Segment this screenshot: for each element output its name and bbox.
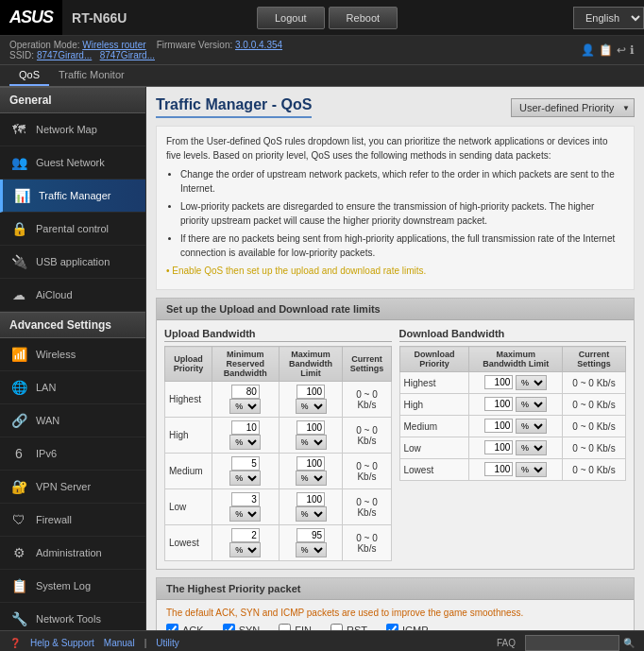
upload-max-1[interactable]: % [279, 418, 343, 454]
sidebar-item-wireless[interactable]: 📶 Wireless [0, 338, 145, 371]
download-max-4[interactable]: % [469, 459, 563, 481]
upload-min-input-3[interactable] [231, 492, 260, 506]
tab-traffic-monitor[interactable]: Traffic Monitor [49, 65, 134, 86]
logout-button[interactable]: Logout [257, 7, 325, 29]
upload-max-input-2[interactable] [297, 456, 325, 471]
upload-min-0[interactable]: % [212, 382, 279, 418]
upload-min-input-2[interactable] [231, 456, 260, 471]
download-max-2[interactable]: % [469, 416, 563, 437]
upload-max-input-3[interactable] [297, 492, 325, 506]
checkbox-rst[interactable] [330, 624, 343, 630]
upload-min-input-4[interactable] [231, 528, 260, 542]
download-max-3[interactable]: % [469, 437, 563, 459]
download-max-unit-2[interactable]: % [516, 419, 547, 434]
ssid-value2: 8747Girard... [100, 50, 155, 60]
upload-max-3[interactable]: % [279, 489, 343, 525]
download-max-1[interactable]: % [469, 394, 563, 416]
upload-min-2[interactable]: % [212, 454, 279, 489]
upload-min-4[interactable]: % [212, 525, 279, 561]
sidebar-item-label: WAN [36, 415, 59, 426]
search-input[interactable] [525, 635, 619, 651]
reboot-button[interactable]: Reboot [329, 7, 398, 29]
upload-min-unit-3[interactable]: % [229, 506, 261, 522]
sidebar-item-label: Firewall [36, 514, 72, 525]
sidebar-item-network-map[interactable]: 🗺 Network Map [0, 113, 145, 146]
download-max-unit-4[interactable]: % [516, 462, 547, 477]
footer-search[interactable]: 🔍 [525, 635, 635, 651]
priority-dropdown-wrapper[interactable]: User-defined Priority [511, 98, 635, 117]
download-max-0[interactable]: % [469, 372, 563, 394]
sidebar-item-system-log[interactable]: 📋 System Log [0, 570, 145, 603]
help-support-link[interactable]: Help & Support [30, 638, 94, 648]
sidebar-item-traffic-manager[interactable]: 📊 Traffic Manager [0, 180, 145, 213]
download-max-unit-0[interactable]: % [516, 375, 547, 390]
upload-max-unit-2[interactable]: % [296, 471, 327, 486]
checkbox-icmp[interactable] [386, 624, 398, 630]
checkbox-fin[interactable] [279, 624, 291, 630]
footer: ❓ Help & Support Manual | Utility FAQ 🔍 [0, 630, 644, 651]
upload-min-input-0[interactable] [231, 385, 260, 399]
sidebar-item-usb-application[interactable]: 🔌 USB application [0, 246, 145, 279]
upload-max-unit-1[interactable]: % [296, 435, 327, 450]
utility-link[interactable]: Utility [156, 638, 178, 648]
sidebar-item-vpn-server[interactable]: 🔐 VPN Server [0, 471, 145, 504]
info-icon[interactable]: ℹ [630, 43, 635, 57]
checkbox-item-icmp[interactable]: ICMP [386, 624, 429, 630]
upload-max-unit-0[interactable]: % [296, 399, 327, 414]
refresh-icon[interactable]: ↩ [617, 43, 626, 57]
network-map-icon: 🗺 [9, 120, 28, 139]
upload-min-unit-0[interactable]: % [229, 399, 261, 414]
sidebar-item-parental-control[interactable]: 🔒 Parental control [0, 213, 145, 246]
upload-max-input-4[interactable] [297, 528, 325, 542]
page-title-bar: Traffic Manager - QoS User-defined Prior… [156, 96, 635, 118]
sidebar-item-ipv6[interactable]: 6 IPv6 [0, 437, 145, 471]
upload-min-1[interactable]: % [212, 418, 279, 454]
info-paragraph: From the User-defined QoS rules dropdown… [166, 134, 624, 163]
checkbox-syn[interactable] [223, 624, 235, 630]
download-table-row: Medium % 0 ~ 0 Kb/s [399, 416, 626, 437]
download-max-input-3[interactable] [484, 440, 513, 454]
upload-col-priority: Upload Priority [165, 347, 212, 382]
sidebar-item-wan[interactable]: 🔗 WAN [0, 404, 145, 437]
checkbox-item-ack[interactable]: ACK [166, 624, 204, 630]
language-select[interactable]: English [573, 7, 644, 29]
tabs-bar: QoS Traffic Monitor [0, 65, 644, 87]
download-max-input-2[interactable] [484, 419, 513, 433]
upload-min-unit-4[interactable]: % [229, 542, 261, 557]
sidebar-item-administration[interactable]: ⚙ Administration [0, 537, 145, 570]
sidebar-item-guest-network[interactable]: 👥 Guest Network [0, 146, 145, 180]
user-icon[interactable]: 👤 [581, 43, 595, 57]
info-bullet-1: Change the order of upstream network pac… [180, 167, 624, 196]
checkbox-item-rst[interactable]: RST [330, 624, 367, 630]
priority-dropdown[interactable]: User-defined Priority [511, 98, 635, 117]
download-max-input-0[interactable] [484, 375, 513, 389]
checkbox-item-syn[interactable]: SYN [223, 624, 261, 630]
sidebar-item-lan[interactable]: 🌐 LAN [0, 371, 145, 404]
tab-qos[interactable]: QoS [9, 65, 49, 86]
checkbox-item-fin[interactable]: FIN [279, 624, 312, 630]
parental-control-icon: 🔒 [9, 219, 28, 238]
download-max-unit-3[interactable]: % [516, 440, 547, 455]
upload-max-input-0[interactable] [297, 385, 325, 399]
upload-max-input-1[interactable] [297, 420, 325, 435]
upload-max-unit-4[interactable]: % [296, 542, 327, 557]
upload-min-unit-2[interactable]: % [229, 471, 261, 486]
upload-max-unit-3[interactable]: % [296, 506, 327, 522]
sidebar-item-aicloud[interactable]: ☁ AiCloud [0, 279, 145, 312]
upload-min-unit-1[interactable]: % [229, 435, 261, 450]
sidebar-item-network-tools[interactable]: 🔧 Network Tools [0, 603, 145, 630]
copy-icon[interactable]: 📋 [599, 43, 613, 57]
manual-link[interactable]: Manual [104, 638, 135, 648]
upload-max-4[interactable]: % [279, 525, 343, 561]
upload-max-2[interactable]: % [279, 454, 343, 489]
checkbox-ack[interactable] [166, 624, 178, 630]
download-current-0: 0 ~ 0 Kb/s [562, 372, 625, 394]
download-max-unit-1[interactable]: % [516, 397, 547, 412]
download-max-input-1[interactable] [484, 397, 513, 411]
upload-min-input-1[interactable] [231, 420, 260, 435]
sidebar-item-firewall[interactable]: 🛡 Firewall [0, 504, 145, 537]
upload-min-3[interactable]: % [212, 489, 279, 525]
search-icon[interactable]: 🔍 [623, 638, 635, 648]
download-max-input-4[interactable] [484, 462, 513, 476]
upload-max-0[interactable]: % [279, 382, 343, 418]
